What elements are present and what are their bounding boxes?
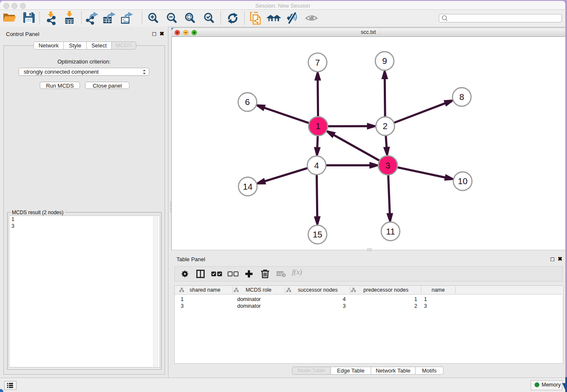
svg-text:8: 8 bbox=[460, 92, 464, 102]
svg-text:15: 15 bbox=[313, 229, 322, 239]
svg-text:4: 4 bbox=[314, 160, 319, 170]
svg-text:1: 1 bbox=[316, 121, 320, 131]
svg-text:3: 3 bbox=[385, 160, 390, 170]
svg-text:10: 10 bbox=[458, 176, 468, 186]
svg-text:7: 7 bbox=[315, 58, 320, 67]
svg-text:9: 9 bbox=[382, 56, 387, 66]
svg-text:6: 6 bbox=[245, 97, 250, 107]
svg-text:11: 11 bbox=[386, 226, 395, 236]
svg-text:14: 14 bbox=[243, 182, 253, 191]
svg-text:2: 2 bbox=[383, 121, 388, 131]
